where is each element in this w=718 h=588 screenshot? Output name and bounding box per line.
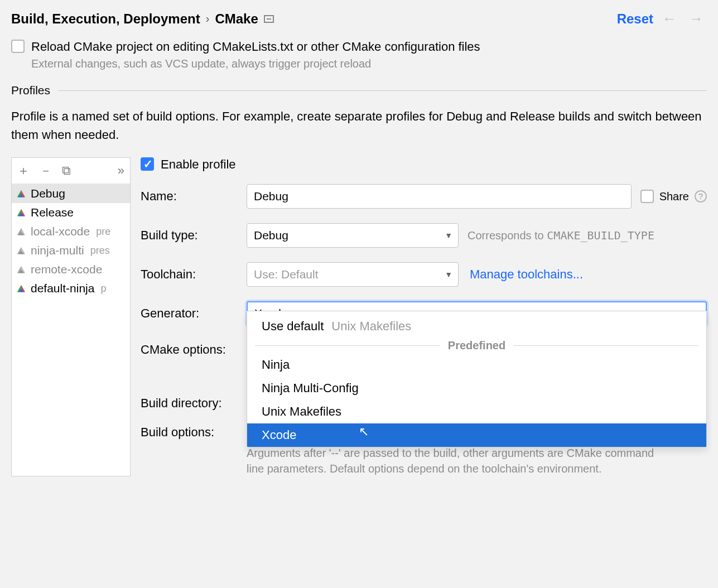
cmake-triangle-icon <box>16 283 26 293</box>
cmake-triangle-icon <box>16 245 26 256</box>
profile-list-item[interactable]: ninja-multipres <box>12 241 130 260</box>
enable-profile-label: Enable profile <box>161 157 236 172</box>
generator-label: Generator: <box>141 306 247 321</box>
generator-dropdown: Use default Unix Makefiles Predefined Ni… <box>247 311 707 447</box>
remove-icon[interactable]: － <box>40 162 52 179</box>
build-options-hint: Arguments after '--' are passed to the b… <box>247 445 671 476</box>
reset-button[interactable]: Reset <box>617 11 653 27</box>
cmake-triangle-icon <box>16 189 26 199</box>
profile-list-item-suffix: pres <box>90 245 110 257</box>
reload-hint: External changes, such as VCS update, al… <box>31 57 707 70</box>
breadcrumb-separator: › <box>206 12 210 25</box>
profile-form: Enable profile Name: Debug Share ? Build… <box>141 157 707 476</box>
profiles-panel: ＋ － ⧉ » Debug Release local-xcodepre nin… <box>11 157 131 476</box>
manage-toolchains-link[interactable]: Manage toolchains... <box>470 267 583 282</box>
cmake-triangle-icon <box>16 226 26 237</box>
toolchain-label: Toolchain: <box>141 267 247 282</box>
profiles-section-title: Profiles <box>11 84 50 97</box>
profiles-toolbar: ＋ － ⧉ » <box>12 158 130 184</box>
dropdown-item[interactable]: Unix Makefiles <box>247 400 706 423</box>
profile-list-item-suffix: pre <box>96 226 110 238</box>
share-checkbox[interactable] <box>640 190 654 203</box>
build-type-combo[interactable]: Debug ▼ <box>247 223 459 248</box>
more-icon[interactable]: » <box>118 163 124 178</box>
breadcrumb-current: CMake <box>215 11 258 27</box>
chevron-down-icon: ▼ <box>445 270 452 279</box>
profile-list-item-label: ninja-multi <box>31 244 84 257</box>
dropdown-item[interactable]: Xcode↖ <box>247 423 706 447</box>
chevron-down-icon: ▼ <box>445 231 452 240</box>
dropdown-item[interactable]: Ninja <box>247 353 706 377</box>
breadcrumb-root[interactable]: Build, Execution, Deployment <box>11 11 200 27</box>
dropdown-default-value: Unix Makefiles <box>331 319 411 334</box>
divider-line <box>513 345 698 346</box>
section-divider <box>58 90 707 91</box>
build-directory-label: Build directory: <box>141 396 247 411</box>
build-options-label: Build options: <box>141 425 247 440</box>
profile-list-item-label: Debug <box>31 187 65 200</box>
profile-list-item-label: remote-xcode <box>31 263 102 276</box>
reload-checkbox-label: Reload CMake project on editing CMakeLis… <box>31 40 480 54</box>
profile-list-item-label: local-xcode <box>31 225 90 238</box>
dropdown-group-label: Predefined <box>448 339 505 352</box>
help-icon[interactable]: ? <box>695 190 707 203</box>
profile-list-item-suffix: p <box>100 283 106 295</box>
cmake-triangle-icon <box>16 208 26 218</box>
profile-list-item[interactable]: Debug <box>12 184 130 203</box>
share-label: Share <box>659 190 689 203</box>
name-input[interactable]: Debug <box>247 184 632 209</box>
profile-list-item[interactable]: local-xcodepre <box>12 222 130 241</box>
divider-line <box>255 345 440 346</box>
profile-list-item[interactable]: default-ninjap <box>12 279 130 298</box>
back-arrow-icon[interactable]: ← <box>659 10 680 27</box>
dropdown-item[interactable]: Ninja Multi-Config <box>247 377 706 400</box>
toolchain-value: Use: Default <box>254 268 319 281</box>
name-label: Name: <box>141 189 247 204</box>
build-type-value: Debug <box>254 229 288 242</box>
profile-list-item-label: default-ninja <box>31 282 94 295</box>
build-type-hint: Corresponds to CMAKE_BUILD_TYPE <box>468 229 654 242</box>
enable-profile-checkbox[interactable] <box>141 157 154 171</box>
profile-list-item-label: Release <box>31 206 74 219</box>
profile-list-item[interactable]: Release <box>12 203 130 222</box>
profiles-description: Profile is a named set of build options.… <box>11 107 707 144</box>
dropdown-item-default[interactable]: Use default Unix Makefiles <box>247 315 706 338</box>
copy-icon[interactable]: ⧉ <box>62 163 71 178</box>
dropdown-default-label: Use default <box>262 319 324 334</box>
profile-list-item[interactable]: remote-xcode <box>12 260 130 279</box>
cursor-icon: ↖ <box>359 425 369 439</box>
cmake-options-label: CMake options: <box>141 343 247 357</box>
toolchain-combo[interactable]: Use: Default ▼ <box>247 262 459 287</box>
add-icon[interactable]: ＋ <box>17 162 30 179</box>
build-type-label: Build type: <box>141 228 247 243</box>
cmake-triangle-icon <box>16 264 26 274</box>
reload-checkbox[interactable] <box>11 40 25 53</box>
forward-arrow-icon[interactable]: → <box>686 10 707 27</box>
collapse-icon[interactable] <box>264 15 274 23</box>
